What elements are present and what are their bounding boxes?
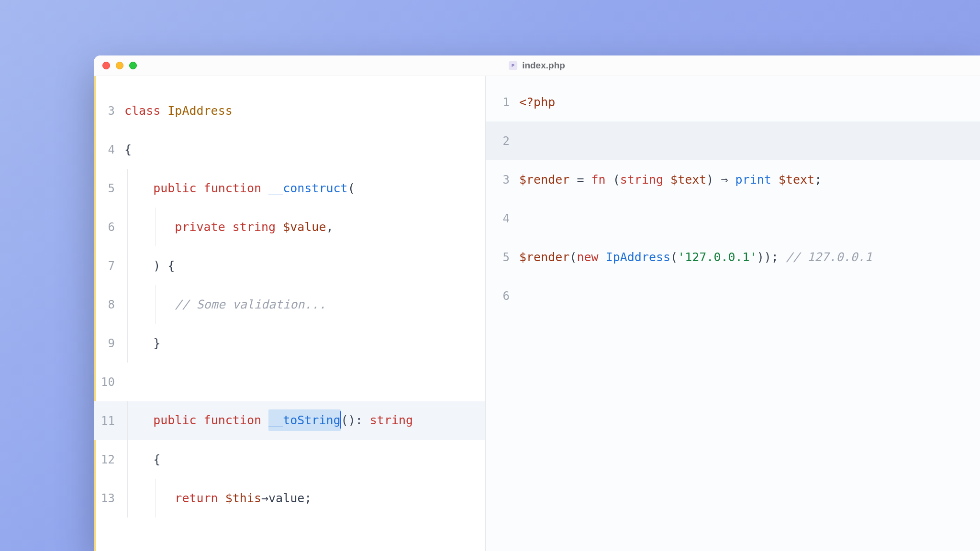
text-selection: __toString [268, 409, 341, 431]
line-number: 6 [94, 221, 124, 233]
code-line[interactable]: 1 <?php [486, 83, 980, 121]
close-button[interactable] [102, 62, 110, 69]
code-line-active[interactable]: 11 public function __toString(): string [94, 401, 485, 440]
titlebar: P index.php [94, 55, 980, 76]
code-line[interactable]: 3 $render = fn (string $text) ⇒ print $t… [486, 160, 980, 199]
text-cursor [340, 411, 341, 429]
line-number: 1 [486, 97, 519, 108]
line-number: 3 [486, 174, 519, 186]
line-number: 7 [94, 260, 124, 272]
code-line[interactable]: 13 return $this→value; [94, 479, 485, 518]
right-editor-pane[interactable]: 1 <?php 2 3 $render = fn (string $text) … [485, 76, 980, 551]
maximize-button[interactable] [129, 62, 137, 69]
right-code-content[interactable]: 1 <?php 2 3 $render = fn (string $text) … [486, 76, 980, 315]
code-line[interactable]: 12 { [94, 440, 485, 479]
line-number: 5 [94, 183, 124, 194]
traffic-lights [94, 62, 137, 69]
code-line[interactable]: 2 [486, 121, 980, 160]
code-line[interactable]: 9 } [94, 324, 485, 363]
line-number: 12 [94, 454, 124, 465]
line-number: 8 [94, 299, 124, 310]
code-line[interactable]: 4 [486, 199, 980, 238]
line-number: 4 [486, 213, 519, 224]
editor-window: P index.php 3 class IpAddress 4 { [94, 55, 980, 551]
code-line[interactable]: 10 [94, 363, 485, 401]
code-line[interactable]: 5 public function __construct( [94, 169, 485, 208]
line-number: 3 [94, 105, 124, 117]
minimize-button[interactable] [116, 62, 123, 69]
code-line[interactable]: 7 ) { [94, 246, 485, 285]
line-number: 4 [94, 144, 124, 155]
line-number: 2 [486, 135, 519, 147]
line-number: 13 [94, 493, 124, 504]
code-line[interactable]: 6 private string $value, [94, 208, 485, 246]
line-number: 9 [94, 338, 124, 349]
code-line[interactable]: 5 $render(new IpAddress('127.0.0.1')); /… [486, 238, 980, 276]
line-number: 6 [486, 290, 519, 302]
line-number: 10 [94, 376, 124, 388]
code-line[interactable]: 4 { [94, 130, 485, 169]
line-number: 11 [94, 415, 124, 427]
code-line[interactable]: 8 // Some validation... [94, 285, 485, 324]
editor-split: 3 class IpAddress 4 { 5 public function … [94, 76, 980, 551]
line-number: 5 [486, 252, 519, 263]
code-line[interactable]: 3 class IpAddress [94, 91, 485, 130]
code-line[interactable]: 6 [486, 276, 980, 315]
window-title: P index.php [509, 60, 565, 71]
filename-label: index.php [522, 60, 565, 71]
left-editor-pane[interactable]: 3 class IpAddress 4 { 5 public function … [94, 76, 485, 551]
php-file-icon: P [509, 61, 517, 70]
left-code-content[interactable]: 3 class IpAddress 4 { 5 public function … [94, 76, 485, 518]
